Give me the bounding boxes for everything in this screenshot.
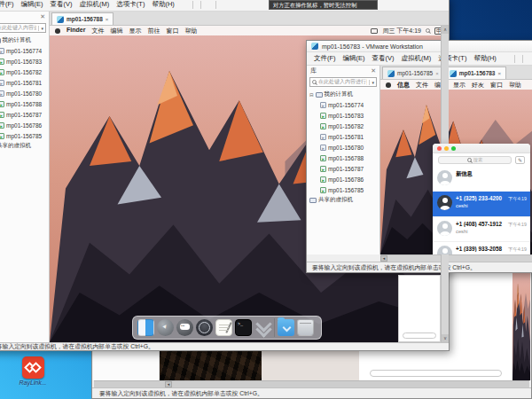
conversation-row[interactable]: +1 (339) 933-2058 ceshi 下午4:19 <box>433 241 530 254</box>
mp01-156780[interactable]: ▸ mp01-156780 <box>309 142 379 153</box>
message-input-field[interactable] <box>370 370 502 377</box>
vm-screen-156783[interactable]: 信息文件编辑显示好友窗口帮助 搜索 <box>380 80 532 254</box>
close-icon[interactable]: ✕ <box>40 13 45 20</box>
mp01-156780[interactable]: ▸ mp01-156780 <box>0 88 49 98</box>
menu-item[interactable]: 帮助(H) <box>470 52 499 65</box>
horizontal-scrollbar[interactable]: ◂ <box>94 380 529 387</box>
macos-menu-item[interactable]: 显示 <box>453 81 466 90</box>
chevron-down-icon[interactable]: ▾ <box>38 26 43 31</box>
toolbar-separator[interactable] <box>192 1 193 9</box>
menu-item[interactable]: 选项卡(T) <box>113 0 148 11</box>
close-traffic-light[interactable] <box>437 146 442 151</box>
tab-close-icon[interactable]: × <box>497 71 501 76</box>
macos-menu-item[interactable]: 帮助 <box>509 81 521 90</box>
desktop-shortcut-raylink[interactable]: RayLink... <box>9 356 57 386</box>
macos-menu-item[interactable]: 前往 <box>147 27 160 35</box>
dock-divider[interactable] <box>274 318 275 337</box>
scroll-left-button[interactable]: ◂ <box>165 381 172 387</box>
tree-root-my-computer[interactable]: ⊟ 我的计算机 <box>309 90 379 99</box>
spotlight-icon[interactable] <box>426 28 430 33</box>
apple-menu-icon[interactable] <box>386 82 391 88</box>
toolbar-separator[interactable] <box>200 1 201 9</box>
finder-icon[interactable] <box>137 319 154 336</box>
mp01-156783[interactable]: ▸ mp01-156783 <box>309 110 379 121</box>
apple-menu-icon[interactable] <box>55 28 60 34</box>
zoom-traffic-light[interactable] <box>451 146 456 151</box>
macos-menu-item[interactable]: 好友 <box>472 81 484 90</box>
launchpad-icon[interactable] <box>157 319 174 336</box>
mp01-156787[interactable]: ▸ mp01-156787 <box>309 163 379 174</box>
menu-item[interactable]: 编辑(E) <box>18 0 47 11</box>
macos-menu-item[interactable]: 窗口 <box>490 81 503 90</box>
minimize-traffic-light[interactable] <box>444 146 449 151</box>
mp01-156787[interactable]: ▸ mp01-156787 <box>0 109 49 120</box>
vm-tab[interactable]: mp01-156785 × <box>382 66 444 79</box>
macos-menu-item[interactable]: 帮助 <box>184 27 197 35</box>
vmware-window-156783[interactable]: mp01-156783 - VMware Workstation 文件(F)编辑… <box>306 40 532 273</box>
menubar-clock[interactable]: 周三 下午4:19 <box>382 27 421 35</box>
vm-tab-mp01-156788[interactable]: mp01-156788 × <box>51 12 113 25</box>
mp01-156774[interactable]: ▸ mp01-156774 <box>0 45 49 56</box>
toolbar-separator[interactable] <box>215 1 216 9</box>
scroll-left-button[interactable]: ◂ <box>380 255 387 262</box>
tab-close-icon[interactable]: × <box>435 71 439 76</box>
messages-titlebar[interactable] <box>433 144 530 153</box>
macos-menu-item[interactable]: 编辑 <box>110 27 122 35</box>
vm-tab[interactable]: mp01-156783 × <box>444 66 506 79</box>
toolbar-separator[interactable] <box>514 55 515 63</box>
horizontal-scrollbar[interactable]: ◂ <box>380 254 532 262</box>
library-search-input[interactable]: 在此处键入内容进行搜索 ▾ <box>309 77 377 87</box>
mp01-156788[interactable]: ▸ mp01-156788 <box>0 98 49 109</box>
menu-item[interactable]: 编辑(E) <box>340 52 369 65</box>
mp01-156785[interactable]: ▸ mp01-156785 <box>309 184 379 195</box>
downloads-folder-icon[interactable] <box>278 319 294 336</box>
downloads-stack-icon[interactable] <box>254 319 271 336</box>
macos-menu-item[interactable]: 窗口 <box>166 27 178 35</box>
chevron-down-icon[interactable]: ▾ <box>369 80 374 85</box>
macos-menu-item[interactable]: 文件 <box>416 81 428 90</box>
library-search-input[interactable]: 在此处键入内容进行搜索 ▾ <box>0 23 46 33</box>
macos-menu-item[interactable]: 信息 <box>397 81 410 90</box>
macos-menu-item[interactable]: 文件 <box>91 27 104 35</box>
menu-item[interactable]: 虚拟机(M) <box>398 52 435 65</box>
conversation-row[interactable]: +1 (408) 457-1912 ceshi 下午4:19 <box>433 216 530 241</box>
mp01-156781[interactable]: ▸ mp01-156781 <box>309 131 379 142</box>
tree-shared-vms[interactable]: 共享的虚拟机 <box>0 141 49 151</box>
menu-item[interactable]: 文件(F) <box>0 0 18 11</box>
collapse-icon[interactable]: ⊟ <box>309 92 314 98</box>
window-titlebar[interactable]: mp01-156783 - VMware Workstation <box>307 41 532 52</box>
terminal-icon[interactable] <box>235 319 252 336</box>
toolbar-separator[interactable] <box>522 55 523 63</box>
mp01-156774[interactable]: ▸ mp01-156774 <box>309 99 379 110</box>
tree-root-my-computer[interactable]: ⊟ 我的计算机 <box>0 35 49 45</box>
tab-close-icon[interactable]: × <box>106 17 109 22</box>
mp01-156782[interactable]: ▸ mp01-156782 <box>309 121 379 131</box>
menu-item[interactable]: 文件(F) <box>310 52 340 65</box>
mp01-156786[interactable]: ▸ mp01-156786 <box>309 174 379 184</box>
mp01-156788[interactable]: ▸ mp01-156788 <box>309 153 379 163</box>
mp01-156786[interactable]: ▸ mp01-156786 <box>0 120 49 130</box>
menu-item[interactable]: 查看(V) <box>369 52 398 65</box>
messages-search-input[interactable]: 搜索 <box>438 156 512 164</box>
macos-menu-item[interactable]: Finder <box>66 27 85 35</box>
macos-menu-item[interactable]: 显示 <box>129 27 141 35</box>
mp01-156783[interactable]: ▸ mp01-156783 <box>0 56 49 66</box>
tree-shared-vms[interactable]: 共享的虚拟机 <box>309 195 379 205</box>
messages-icon[interactable] <box>176 319 193 336</box>
mp01-156782[interactable]: ▸ mp01-156782 <box>0 66 49 77</box>
message-input-field[interactable] <box>403 332 436 339</box>
mp01-156785[interactable]: ▸ mp01-156785 <box>0 130 49 141</box>
scroll-down-button[interactable]: ∨ <box>442 334 449 342</box>
conversation-row[interactable]: +1 (325) 233-4200 ceshi 下午4:19 <box>433 192 530 216</box>
scroll-up-button[interactable]: ∧ <box>442 26 449 34</box>
conversation-row[interactable]: 新信息 <box>433 167 530 192</box>
close-icon[interactable]: ✕ <box>371 67 376 74</box>
messages-window[interactable]: 搜索 ✎ 新信息 <box>433 144 530 254</box>
menu-item[interactable]: 查看(V) <box>47 0 76 11</box>
safari-icon[interactable] <box>196 319 213 336</box>
menu-item[interactable]: 帮助(H) <box>148 0 177 11</box>
trash-icon[interactable] <box>297 319 314 336</box>
notes-icon[interactable] <box>215 319 232 336</box>
display-status-icon[interactable] <box>371 28 378 34</box>
compose-button[interactable]: ✎ <box>515 156 525 164</box>
